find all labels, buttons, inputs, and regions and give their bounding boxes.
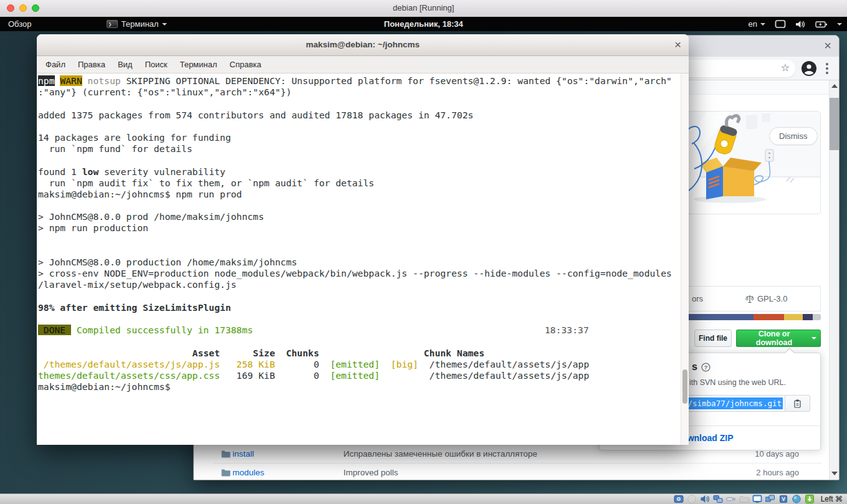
system-menu-chevron-icon[interactable]: [837, 23, 842, 26]
folder-icon: [221, 450, 231, 458]
clone-button-label: Clone or download: [740, 330, 808, 347]
clone-title-fragment: s: [692, 361, 697, 373]
vbox-keyboard-icon[interactable]: [805, 494, 815, 504]
terminal-title: maksim@debian: ~/johncms: [37, 34, 689, 55]
popover-caret: [784, 348, 795, 353]
terminal-output: npm WARN notsup SKIPPING OPTIONAL DEPEND…: [38, 75, 672, 392]
clipboard-icon: [793, 399, 802, 409]
clone-or-download-button[interactable]: Clone or download: [736, 330, 821, 347]
clock-button[interactable]: Понедельник, 18:34: [384, 17, 463, 31]
terminal-line: DONE Compiled successfully in 17388ms18:…: [38, 325, 672, 336]
terminal-line: [38, 313, 672, 325]
scroll-up-icon[interactable]: [831, 84, 838, 88]
file-name-link[interactable]: install: [232, 445, 254, 463]
terminal-line: :"any"} (current: {"os":"linux","arch":"…: [38, 87, 672, 98]
terminal-app-icon: ❯: [107, 20, 118, 28]
scroll-down-icon[interactable]: [831, 472, 838, 475]
screen: × ☆: [0, 0, 847, 504]
terminal-window: maksim@debian: ~/johncms × ФайлПравкаВид…: [37, 34, 689, 445]
terminal-line: themes/default/assets/css/app.css 169 Ki…: [38, 370, 672, 381]
folder-icon: [221, 468, 231, 477]
gnome-top-bar: Обзор ❯ Терминал Понедельник, 18:34 en: [0, 17, 847, 31]
terminal-menu-item[interactable]: Правка: [72, 56, 112, 73]
terminal-menu-item[interactable]: Поиск: [138, 56, 173, 73]
vbox-recording-icon[interactable]: [765, 494, 775, 504]
svg-text:?: ?: [704, 364, 708, 370]
terminal-line: run `npm audit fix` to fix them, or `npm…: [38, 178, 672, 189]
page-scrollbar[interactable]: [829, 80, 839, 480]
terminal-line: > cross-env NODE_ENV=production node_mod…: [38, 268, 672, 279]
display-icon: [775, 19, 786, 29]
vbox-harddisk-icon[interactable]: [674, 494, 684, 504]
terminal-line: 98% after emitting SizeLimitsPlugin: [38, 302, 672, 313]
terminal-line: run `npm fund` for details: [38, 143, 672, 155]
law-scales-icon: [745, 295, 754, 303]
terminal-line: 14 packages are looking for funding: [38, 132, 672, 143]
terminal-menu-item[interactable]: Терминал: [173, 56, 223, 73]
terminal-line: > JohnCMS@8.0.0 production /home/maksim/…: [38, 257, 672, 268]
dismiss-button[interactable]: Dismiss: [769, 127, 818, 145]
vbox-status-bar: V Left ⌘: [0, 493, 847, 504]
file-name-link[interactable]: modules: [232, 464, 264, 480]
keyboard-layout-label: en: [749, 19, 757, 29]
vbox-features-icon[interactable]: V: [778, 494, 788, 504]
commit-message[interactable]: Исправлены замеченные ошибки в инсталлят…: [343, 445, 537, 463]
vbox-mouse-icon[interactable]: [792, 494, 802, 504]
terminal-line: [38, 155, 672, 166]
app-menu-label: Терминал: [122, 19, 159, 29]
profile-avatar-icon[interactable]: [801, 60, 817, 77]
activities-button[interactable]: Обзор: [0, 17, 40, 31]
terminal-line: [38, 291, 672, 302]
terminal-scrollbar-thumb[interactable]: [682, 369, 687, 404]
app-menu-button[interactable]: ❯ Терминал: [107, 19, 168, 29]
terminal-line: [38, 234, 672, 245]
browser-menu-icon[interactable]: [826, 63, 828, 76]
terminal-line: > JohnCMS@8.0.0 prod /home/maksim/johncm…: [38, 211, 672, 222]
terminal-line: [38, 336, 672, 347]
language-segment: [754, 314, 784, 320]
vbox-usb-icon[interactable]: [726, 494, 736, 504]
language-segment: [813, 314, 821, 320]
help-icon[interactable]: ?: [701, 363, 711, 372]
copy-url-button[interactable]: [785, 395, 810, 412]
keyboard-layout-button[interactable]: en: [749, 19, 765, 29]
clone-popover-subtitle: ith SVN using the web URL.: [689, 378, 786, 387]
commit-message[interactable]: Improved polls: [343, 464, 398, 480]
terminal-line: Asset Size Chunks Chunk Names: [38, 348, 672, 359]
terminal-line: [38, 98, 672, 109]
file-row[interactable]: modulesImproved polls2 hours ago: [213, 463, 821, 480]
battery-icon: [815, 20, 828, 29]
terminal-line: [38, 200, 672, 211]
terminal-line: [38, 121, 672, 132]
terminal-menu-item[interactable]: Вид: [112, 56, 139, 73]
terminal-body[interactable]: npm WARN notsup SKIPPING OPTIONAL DEPEND…: [37, 74, 689, 445]
terminal-line: /laravel-mix/setup/webpack.config.js: [38, 279, 672, 290]
terminal-close-icon[interactable]: ×: [674, 36, 681, 54]
find-file-button[interactable]: Find file: [694, 330, 732, 347]
license-label: GPL-3.0: [757, 294, 787, 303]
vbox-optical-disc-icon[interactable]: [687, 494, 697, 504]
vbox-shared-folders-icon[interactable]: [739, 494, 749, 504]
vbox-audio-icon[interactable]: [700, 494, 710, 504]
chevron-down-icon: [811, 337, 816, 340]
terminal-line: /themes/default/assets/js/app.js 258 KiB…: [38, 359, 672, 370]
volume-icon: [795, 20, 806, 29]
browser-close-icon[interactable]: ×: [824, 38, 831, 53]
clone-popover-title: s ?: [692, 361, 711, 373]
chevron-down-icon: [162, 23, 167, 26]
language-segment: [784, 314, 803, 320]
terminal-titlebar[interactable]: maksim@debian: ~/johncms ×: [37, 34, 689, 56]
vm-window-title: debian [Running]: [0, 0, 847, 17]
vbox-display-icon[interactable]: [752, 494, 762, 504]
terminal-line: maksim@debian:~/johncms$ npm run prod: [38, 189, 672, 200]
vm-titlebar: debian [Running]: [0, 0, 847, 17]
contributors-link[interactable]: ors: [692, 294, 703, 303]
terminal-menu-item[interactable]: Справка: [223, 56, 267, 73]
terminal-menu-item[interactable]: Файл: [39, 56, 72, 73]
terminal-scrollbar[interactable]: [681, 74, 689, 445]
scrollbar-thumb[interactable]: [830, 98, 839, 150]
vbox-network-icon[interactable]: [713, 494, 723, 504]
bookmark-star-icon[interactable]: ☆: [781, 62, 790, 74]
license-link[interactable]: GPL-3.0: [745, 294, 787, 303]
terminal-line: [38, 245, 672, 257]
